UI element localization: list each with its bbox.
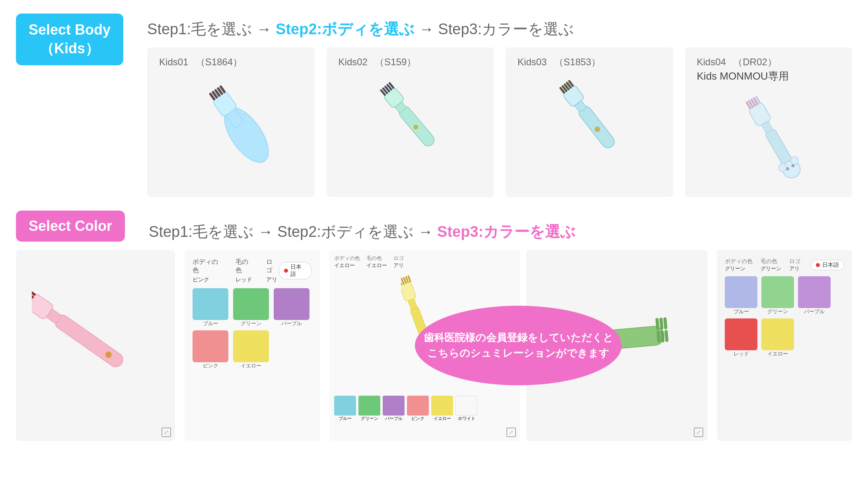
product-kids02-image: [327, 71, 494, 182]
swatch-blue1[interactable]: ブルー: [193, 288, 228, 327]
swatch-green1[interactable]: グリーン: [233, 288, 269, 327]
mini-swatch-white[interactable]: ホワイト: [455, 396, 477, 422]
swatch-r-blue[interactable]: ブルー: [725, 276, 757, 315]
svg-rect-46: [32, 289, 36, 296]
product-kids02[interactable]: Kids02 （S159）: [327, 47, 494, 197]
color-panel-selector-right: ボディの色 グリーン 毛の色 グリーン ロゴ アリ: [717, 250, 852, 441]
lang-badge-right[interactable]: 日本語: [811, 260, 844, 270]
page: Select Body （Kids） Step1:毛を選ぶ → Step2:ボデ…: [0, 0, 868, 488]
color-panel-selector1: ボディの色 ピンク 毛の色 レッド ロゴ アリ: [185, 250, 320, 441]
expand-green-icon[interactable]: ⤢: [694, 427, 703, 437]
lang-badge1[interactable]: 日本語: [279, 262, 312, 279]
product-kids03[interactable]: Kids03 （S1853）: [506, 47, 673, 197]
bristle-color-header1: 毛の色 レッド: [235, 258, 254, 283]
product-kids04-label: Kids04 （DR02） Kids MONMOU専用: [685, 47, 852, 86]
body-col-yellow: ボディの色イエロー: [334, 255, 360, 269]
lang-dot1: [284, 269, 288, 273]
color-panel-main: ⤢: [16, 250, 175, 441]
select-body-badge: Select Body （Kids）: [16, 14, 123, 65]
ellipse-text: 歯科医院様の会員登録をしていただくと こちらのシュミレーションができます: [424, 330, 613, 361]
logo-col-right: ロゴ アリ: [789, 258, 800, 272]
arrow2-icon: →: [419, 21, 438, 37]
mini-swatch-purple[interactable]: パープル: [383, 396, 405, 422]
swatch-r-purple[interactable]: パープル: [798, 276, 831, 315]
pink-toothbrush-svg: [32, 258, 159, 433]
expand-main-icon[interactable]: ⤢: [162, 427, 171, 437]
svg-rect-62: [664, 330, 669, 342]
arrow4-icon: →: [418, 223, 438, 240]
select-body-section: Select Body （Kids） Step1:毛を選ぶ → Step2:ボデ…: [16, 12, 852, 197]
svg-rect-39: [52, 312, 125, 369]
svg-rect-59: [663, 317, 668, 330]
product-kids01-label: Kids01 （S1864）: [147, 47, 314, 71]
swatch-pink1[interactable]: ピンク: [193, 330, 228, 369]
product-kids01[interactable]: Kids01 （S1864）: [147, 47, 314, 197]
step-header-body: Step1:毛を選ぶ → Step2:ボディを選ぶ → Step3:カラーを選ぶ: [147, 12, 852, 39]
logo-col-yellow: ロゴアリ: [393, 255, 404, 269]
mini-swatch-green[interactable]: グリーン: [358, 396, 380, 422]
body-col-right: ボディの色 グリーン: [725, 258, 753, 272]
product-kids03-label: Kids03 （S1853）: [506, 47, 673, 71]
kids04-toothbrush-svg: [693, 90, 844, 193]
swatch-yellow1[interactable]: イエロー: [233, 330, 269, 369]
bristle-col-right: 毛の色 グリーン: [761, 258, 781, 272]
swatch-r-yellow[interactable]: イエロー: [761, 318, 794, 357]
swatch-r-red[interactable]: レッド: [725, 318, 757, 357]
bristle-col-yellow: 毛の色イエロー: [366, 255, 387, 269]
arrow3-icon: →: [258, 223, 278, 240]
product-kids02-label: Kids02 （S159）: [327, 47, 494, 71]
lang-dot-right: [816, 263, 820, 267]
kids03-toothbrush-svg: [514, 75, 664, 178]
kids01-toothbrush-svg: [156, 75, 306, 178]
logo-header1: ロゴ アリ: [266, 258, 278, 283]
mini-swatch-blue[interactable]: ブルー: [334, 396, 356, 422]
pink-ellipse: 歯科医院様の会員登録をしていただくと こちらのシュミレーションができます: [415, 306, 622, 385]
swatch-r-green[interactable]: グリーン: [761, 276, 794, 315]
overlay-container: 歯科医院様の会員登録をしていただくと こちらのシュミレーションができます ボディ…: [329, 250, 707, 441]
product-kids04[interactable]: Kids04 （DR02） Kids MONMOU専用: [685, 47, 852, 197]
product-kids01-image: [147, 71, 314, 182]
products-grid: Kids01 （S1864）: [147, 47, 852, 197]
select-color-section: Select Color Step1:毛を選ぶ → Step2:ボディを選ぶ →…: [16, 209, 852, 242]
expand-yellow-icon[interactable]: ⤢: [506, 427, 516, 437]
product-kids03-image: [506, 71, 673, 182]
body-color-header1: ボディの色 ピンク: [193, 258, 224, 283]
select-color-badge: Select Color: [16, 211, 125, 242]
mini-swatch-yellow[interactable]: イエロー: [431, 396, 453, 422]
swatch-purple1[interactable]: パープル: [274, 288, 309, 327]
kids02-toothbrush-svg: [335, 75, 485, 178]
mini-swatch-pink[interactable]: ピンク: [407, 396, 429, 422]
product-kids04-image: [685, 86, 852, 197]
arrow1-icon: →: [257, 21, 276, 37]
color-panels: ⤢ ボディの色 ピンク 毛の色 レッド ロゴ: [16, 250, 852, 441]
step-header-color: Step1:毛を選ぶ → Step2:ボディを選ぶ → Step3:カラーを選ぶ: [149, 215, 852, 242]
